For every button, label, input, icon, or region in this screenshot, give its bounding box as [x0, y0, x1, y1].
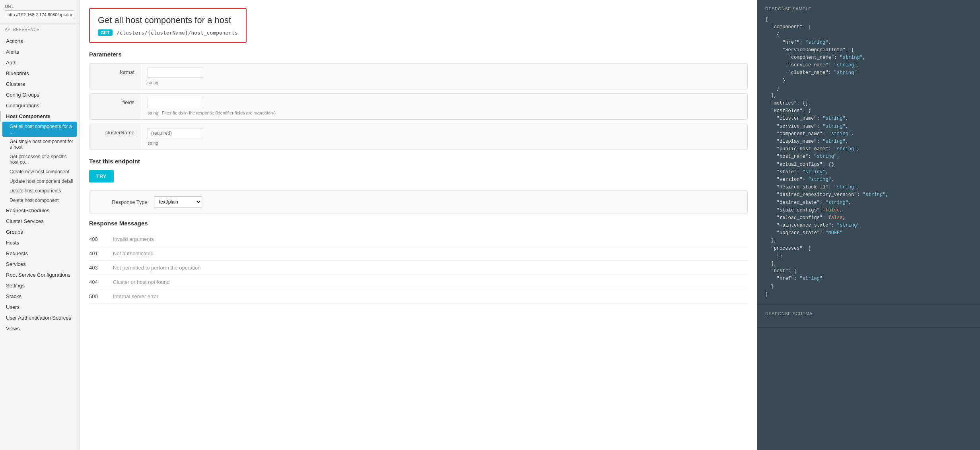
response-code-500: 500 [89, 293, 105, 299]
sidebar-item-settings[interactable]: Settings [0, 280, 79, 291]
sidebar-item-cluster-services[interactable]: Cluster Services [0, 216, 79, 227]
response-msg-500: 500 Internal server error [89, 289, 748, 304]
api-ref-label: API REFERENCE [5, 27, 74, 32]
endpoint-title: Get all host components for a host [98, 15, 238, 25]
response-code-403: 403 [89, 265, 105, 271]
sidebar-item-requests[interactable]: Requests [0, 248, 79, 259]
response-code-404: 404 [89, 279, 105, 285]
param-label-cluster-name: clusterName [89, 124, 141, 149]
sidebar-item-config-groups[interactable]: Config Groups [0, 89, 79, 100]
sidebar-item-auth[interactable]: Auth [0, 57, 79, 68]
right-panel: RESPONSE SAMPLE { "component": [ { "href… [757, 0, 980, 450]
param-input-format[interactable] [148, 68, 203, 78]
response-desc-403: Not permitted to perform the operation [113, 265, 200, 271]
endpoint-method-row: GET /clusters/{clusterName}/host_compone… [98, 29, 238, 36]
response-schema-section: RESPONSE SCHEMA [757, 305, 980, 328]
response-msg-401: 401 Not authenticated [89, 246, 748, 261]
url-section: URL [0, 0, 79, 23]
params-title: Parameters [89, 51, 748, 58]
param-input-cluster-name[interactable] [148, 128, 203, 138]
param-hint-fields: string Filter fields in the response (id… [148, 111, 741, 115]
method-badge: GET [98, 29, 113, 36]
response-msg-400: 400 Invalid arguments [89, 232, 748, 246]
param-row-fields: fields string Filter fields in the respo… [89, 93, 748, 120]
param-input-col-cluster-name: string [141, 124, 747, 149]
response-msg-404: 404 Cluster or host not found [89, 275, 748, 289]
response-sample-code: { "component": [ { "href": "string", "Se… [765, 16, 972, 298]
sidebar-item-blueprints[interactable]: Blueprints [0, 68, 79, 79]
sidebar-item-request-schedules[interactable]: RequestSchedules [0, 205, 79, 216]
main-content: Get all host components for a host GET /… [80, 0, 757, 450]
response-type-section: Response Type text/plain application/jso… [89, 190, 748, 213]
param-hint-cluster-name: string [148, 141, 741, 145]
sidebar-item-clusters[interactable]: Clusters [0, 79, 79, 89]
param-input-col-fields: string Filter fields in the response (id… [141, 94, 747, 119]
try-button[interactable]: TRY [89, 170, 114, 182]
param-input-fields[interactable] [148, 98, 203, 108]
response-sample-section: RESPONSE SAMPLE { "component": [ { "href… [757, 0, 980, 305]
sidebar-item-root-service-configs[interactable]: Root Service Configurations [0, 270, 79, 280]
api-ref-section: API REFERENCE [0, 23, 79, 36]
response-desc-400: Invalid arguments [113, 236, 154, 242]
response-schema-label: RESPONSE SCHEMA [765, 311, 972, 316]
sidebar-sub-item-update-host-component[interactable]: Update host component detail [0, 177, 79, 186]
url-input[interactable] [5, 10, 74, 19]
response-type-select[interactable]: text/plain application/json application/… [154, 196, 202, 208]
url-label: URL [5, 4, 74, 9]
test-title: Test this endpoint [89, 158, 748, 165]
sidebar-sub-item-create-host-component[interactable]: Create new host component [0, 167, 79, 177]
sidebar-item-views[interactable]: Views [0, 323, 79, 334]
param-input-col-format: string [141, 64, 747, 89]
param-row-cluster-name: clusterName string [89, 124, 748, 150]
sidebar-item-groups[interactable]: Groups [0, 227, 79, 237]
sidebar-sub-item-get-all-host-components[interactable]: Get all host components for a ... [2, 122, 77, 137]
sidebar-sub-item-delete-host-component[interactable]: Delete host component [0, 196, 79, 205]
sidebar-item-actions[interactable]: Actions [0, 36, 79, 47]
response-code-401: 401 [89, 250, 105, 256]
sidebar-item-users[interactable]: Users [0, 302, 79, 312]
response-desc-401: Not authenticated [113, 250, 154, 256]
sidebar-sub-item-get-processes[interactable]: Get processes of a specific host co... [0, 152, 79, 167]
sidebar-item-services[interactable]: Services [0, 259, 79, 270]
sidebar: URL API REFERENCE Actions Alerts Auth Bl… [0, 0, 80, 450]
endpoint-path: /clusters/{clusterName}/host_components [117, 30, 238, 36]
sidebar-item-stacks[interactable]: Stacks [0, 291, 79, 302]
param-label-fields: fields [89, 94, 141, 119]
sidebar-nav: Actions Alerts Auth Blueprints Clusters … [0, 36, 79, 450]
sidebar-item-hosts[interactable]: Hosts [0, 237, 79, 248]
sidebar-item-user-auth-sources[interactable]: User Authentication Sources [0, 312, 79, 323]
sidebar-item-alerts[interactable]: Alerts [0, 47, 79, 57]
response-code-400: 400 [89, 236, 105, 242]
response-msg-403: 403 Not permitted to perform the operati… [89, 261, 748, 275]
response-messages-title: Response Messages [89, 220, 748, 227]
response-desc-500: Internal server error [113, 293, 158, 299]
sidebar-item-configurations[interactable]: Configurations [0, 100, 79, 111]
response-type-label: Response Type [96, 199, 148, 205]
param-label-format: format [89, 64, 141, 89]
endpoint-header: Get all host components for a host GET /… [89, 8, 247, 43]
param-row-format: format string [89, 63, 748, 89]
test-section: Test this endpoint TRY [89, 158, 748, 182]
response-sample-label: RESPONSE SAMPLE [765, 6, 972, 11]
sidebar-item-host-components[interactable]: Host Components [0, 111, 79, 122]
param-hint-format: string [148, 80, 741, 85]
response-desc-404: Cluster or host not found [113, 279, 169, 285]
sidebar-sub-item-delete-host-components[interactable]: Delete host components [0, 186, 79, 196]
sidebar-sub-item-get-single-host-component[interactable]: Get single host component for a host [0, 137, 79, 152]
